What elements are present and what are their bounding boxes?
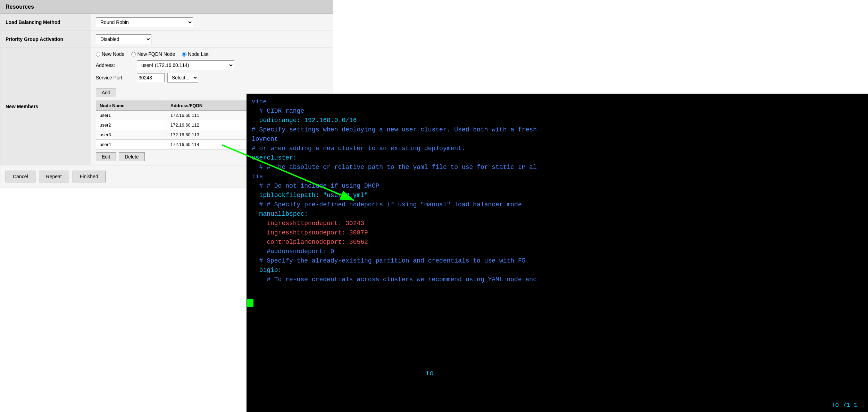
terminal-line: ingresshttpnodeport: 30243: [252, 219, 863, 228]
cell-address: 172.16.60.113: [167, 130, 253, 140]
service-port-label: Service Port:: [96, 75, 134, 80]
cell-node-name: user3: [96, 130, 167, 140]
priority-group-value-cell: Disabled Enabled: [91, 31, 333, 48]
terminal-panel: vice # CIDR range podiprange: 192.168.0.…: [247, 94, 868, 412]
terminal-line: # Specify settings when deploying a new …: [252, 125, 863, 135]
col-node-name: Node Name: [96, 101, 167, 111]
terminal-line: controlplanenodeport: 30562: [252, 238, 863, 247]
node-list-radio[interactable]: [182, 52, 186, 57]
terminal-line: # or when adding a new cluster to an exi…: [252, 144, 863, 153]
cell-address: 172.16.60.111: [167, 111, 253, 120]
panel-title: Resources: [0, 0, 333, 14]
load-balancing-label: Load Balancing Method: [0, 14, 91, 31]
address-row: Address: user4 (172.16.60.114) user1 (17…: [96, 60, 328, 70]
priority-group-row: Priority Group Activation Disabled Enabl…: [0, 31, 333, 48]
new-node-label: New Node: [102, 51, 124, 57]
cell-address: 172.16.60.112: [167, 120, 253, 130]
service-port-select[interactable]: Select...: [167, 73, 198, 83]
col-address-fqdn: Address/FQDN: [167, 101, 253, 111]
terminal-line: # # Specify pre-defined nodeports if usi…: [252, 200, 863, 209]
cell-node-name: user1: [96, 111, 167, 120]
edit-button[interactable]: Edit: [96, 152, 116, 161]
terminal-line: # To re-use credentials across clusters …: [252, 275, 863, 284]
service-port-row: Service Port: Select...: [96, 73, 328, 83]
terminal-line: # # Do not include if using DHCP: [252, 181, 863, 191]
load-balancing-row: Load Balancing Method Round Robin: [0, 14, 333, 31]
terminal-line: vice: [252, 97, 863, 106]
new-fqdn-radio-label[interactable]: New FQDN Node: [131, 51, 175, 57]
node-list-radio-label[interactable]: Node List: [182, 51, 208, 57]
terminal-line: ingresshttpsnodeport: 30879: [252, 228, 863, 238]
to-label: To: [425, 369, 434, 377]
terminal-line: manuallbspec:: [252, 209, 863, 219]
terminal-line: tis: [252, 172, 863, 181]
cell-node-name: user4: [96, 140, 167, 149]
terminal-line: # CIDR range: [252, 106, 863, 116]
terminal-line: bigip:: [252, 266, 863, 275]
new-node-radio[interactable]: [96, 52, 100, 57]
green-indicator: [247, 299, 253, 307]
priority-group-select[interactable]: Disabled Enabled: [96, 34, 151, 44]
load-balancing-value-cell: Round Robin: [91, 14, 333, 31]
add-button[interactable]: Add: [96, 88, 116, 97]
delete-button[interactable]: Delete: [119, 152, 144, 161]
new-fqdn-radio[interactable]: [131, 52, 136, 57]
service-port-input[interactable]: [137, 73, 165, 82]
terminal-line: ipblockfilepath: "userIP.yml": [252, 191, 863, 200]
terminal-line: loyment: [252, 135, 863, 144]
load-balancing-select[interactable]: Round Robin: [96, 17, 193, 27]
cell-address: 172.16.60.114: [167, 140, 253, 149]
node-list-label: Node List: [188, 51, 208, 57]
address-label: Address:: [96, 62, 134, 68]
terminal-line: # # The absolute or relative path to the…: [252, 163, 863, 172]
terminal-bottom-right: To 71 1: [831, 402, 858, 409]
terminal-line: podiprange: 192.168.0.0/16: [252, 116, 863, 125]
new-node-radio-label[interactable]: New Node: [96, 51, 124, 57]
terminal-line: # Specify the already-existing partition…: [252, 256, 863, 266]
finished-button[interactable]: Finished: [73, 171, 106, 182]
cancel-button[interactable]: Cancel: [6, 171, 35, 182]
terminal-line: #addonsnodeport: 0: [252, 247, 863, 256]
terminal-line: usercluster:: [252, 153, 863, 163]
priority-group-label: Priority Group Activation: [0, 31, 91, 48]
new-members-label: New Members: [0, 48, 91, 165]
new-fqdn-label: New FQDN Node: [137, 51, 175, 57]
node-type-radio-group: New Node New FQDN Node Node List: [96, 51, 328, 57]
repeat-button[interactable]: Repeat: [39, 171, 69, 182]
cell-node-name: user2: [96, 120, 167, 130]
address-select[interactable]: user4 (172.16.60.114) user1 (172.16.60.1…: [137, 60, 234, 70]
